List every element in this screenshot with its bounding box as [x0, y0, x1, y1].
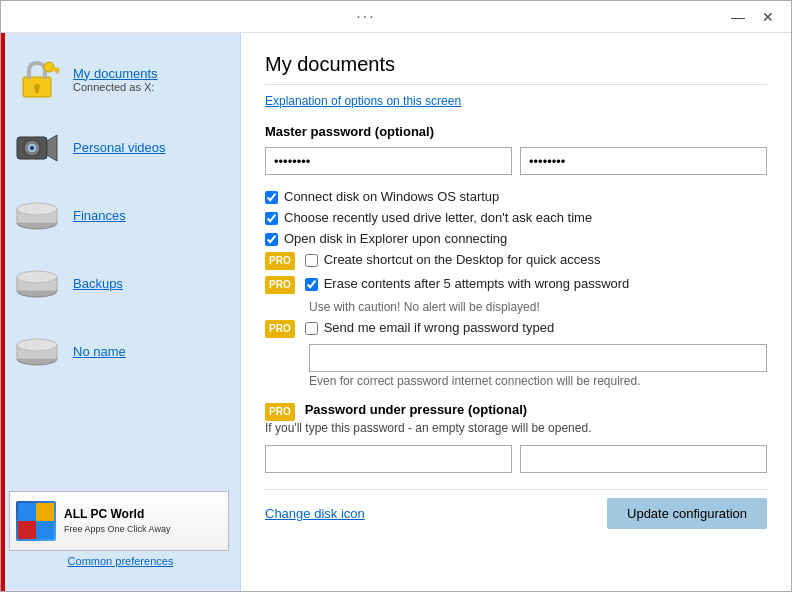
master-password-row: [265, 147, 767, 175]
pressure-section: PRO Password under pressure (optional) I…: [265, 402, 767, 473]
shortcut-pro-badge: PRO: [265, 252, 295, 270]
erase-warning: Use with caution! No alert will be displ…: [309, 300, 767, 314]
driveletter-checkbox[interactable]: [265, 212, 278, 225]
erase-label: Erase contents after 5 attempts with wro…: [324, 276, 630, 291]
email-input[interactable]: [309, 344, 767, 372]
sidebar-item-no-name[interactable]: No name: [1, 317, 240, 385]
sidebar-item-my-documents[interactable]: My documents Connected as X:: [1, 45, 240, 113]
pressure-password-2[interactable]: [520, 445, 767, 473]
explorer-checkbox[interactable]: [265, 233, 278, 246]
sidebar-item-backups[interactable]: Backups: [1, 249, 240, 317]
svg-rect-5: [56, 71, 58, 73]
master-password-input-2[interactable]: [520, 147, 767, 175]
erase-pro-badge: PRO: [265, 276, 295, 294]
email-hint: Even for correct password internet conne…: [309, 374, 767, 388]
shortcut-checkbox[interactable]: [305, 254, 318, 267]
sidebar: My documents Connected as X:: [1, 33, 241, 591]
allpcworld-tagline: Free Apps One Click Away: [64, 523, 170, 536]
allpcworld-banner[interactable]: ALL PC World Free Apps One Click Away: [9, 491, 229, 551]
svg-point-16: [17, 271, 57, 283]
email-checkbox[interactable]: [305, 322, 318, 335]
update-configuration-button[interactable]: Update configuration: [607, 498, 767, 529]
svg-rect-24: [36, 503, 54, 521]
common-prefs-link[interactable]: Common preferences: [9, 551, 232, 571]
allpcworld-title: ALL PC World: [64, 506, 170, 523]
svg-rect-21: [18, 503, 36, 521]
page-title: My documents: [265, 53, 767, 85]
startup-checkbox[interactable]: [265, 191, 278, 204]
email-pro-badge: PRO: [265, 320, 295, 338]
finances-disk-icon: [13, 191, 61, 239]
explorer-checkbox-row: Open disk in Explorer upon connecting: [265, 231, 767, 246]
sidebar-item-finances-label: Finances: [73, 208, 126, 223]
sidebar-item-personal-videos[interactable]: Personal videos: [1, 113, 240, 181]
driveletter-label: Choose recently used drive letter, don't…: [284, 210, 592, 225]
lock-icon: [13, 55, 61, 103]
pressure-inputs: [265, 445, 767, 473]
email-checkbox-row: PRO Send me email if wrong password type…: [265, 320, 767, 338]
footer-row: Change disk icon Update configuration: [265, 489, 767, 529]
noname-disk-icon: [13, 327, 61, 375]
erase-checkbox-row: PRO Erase contents after 5 attempts with…: [265, 276, 767, 294]
titlebar: ··· — ✕: [1, 1, 791, 33]
backups-disk-icon: [13, 259, 61, 307]
sidebar-item-finances[interactable]: Finances: [1, 181, 240, 249]
main-window: ··· — ✕: [0, 0, 792, 592]
master-password-label: Master password (optional): [265, 124, 767, 139]
change-icon-link[interactable]: Change disk icon: [265, 506, 365, 521]
svg-rect-4: [51, 68, 59, 71]
pressure-sub: If you'll type this password - an empty …: [265, 421, 767, 435]
svg-point-19: [17, 339, 57, 351]
erase-checkbox[interactable]: [305, 278, 318, 291]
pressure-label: Password under pressure (optional): [305, 402, 528, 417]
shortcut-checkbox-row: PRO Create shortcut on the Desktop for q…: [265, 252, 767, 270]
svg-rect-2: [35, 88, 39, 93]
svg-rect-22: [36, 521, 54, 539]
red-accent: [1, 33, 5, 591]
startup-checkbox-row: Connect disk on Windows OS startup: [265, 189, 767, 204]
sidebar-item-personal-videos-label: Personal videos: [73, 140, 166, 155]
help-link[interactable]: Explanation of options on this screen: [265, 94, 461, 108]
video-icon: [13, 123, 61, 171]
shortcut-label: Create shortcut on the Desktop for quick…: [324, 252, 601, 267]
close-button[interactable]: ✕: [753, 5, 783, 29]
master-password-input-1[interactable]: [265, 147, 512, 175]
svg-point-13: [17, 203, 57, 215]
sidebar-item-no-name-label: No name: [73, 344, 126, 359]
svg-rect-23: [18, 521, 36, 539]
driveletter-checkbox-row: Choose recently used drive letter, don't…: [265, 210, 767, 225]
main-panel: My documents Explanation of options on t…: [241, 33, 791, 591]
startup-label: Connect disk on Windows OS startup: [284, 189, 499, 204]
sidebar-item-backups-label: Backups: [73, 276, 123, 291]
pressure-password-1[interactable]: [265, 445, 512, 473]
svg-marker-10: [47, 135, 57, 161]
minimize-button[interactable]: —: [723, 5, 753, 29]
sidebar-item-my-documents-sub: Connected as X:: [73, 81, 158, 93]
pressure-pro-badge: PRO: [265, 403, 295, 421]
content-area: My documents Connected as X:: [1, 33, 791, 591]
sidebar-item-my-documents-label: My documents: [73, 66, 158, 81]
explorer-label: Open disk in Explorer upon connecting: [284, 231, 507, 246]
svg-point-9: [30, 146, 34, 150]
allpcworld-logo: [16, 501, 56, 541]
email-label: Send me email if wrong password typed: [324, 320, 555, 335]
titlebar-dots: ···: [356, 8, 375, 26]
sidebar-bottom: ALL PC World Free Apps One Click Away Co…: [1, 483, 240, 579]
